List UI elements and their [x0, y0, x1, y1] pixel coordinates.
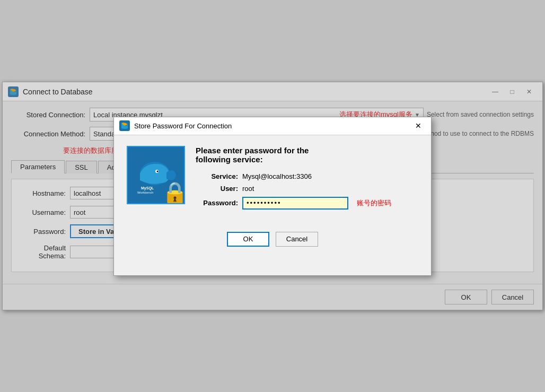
dialog-title-bar: Store Password For Connection ✕	[114, 117, 431, 135]
main-window: Connect to Database — □ ✕ Stored Connect…	[2, 82, 543, 310]
dialog-service-label: Service:	[196, 172, 238, 180]
dialog-user-value: root	[242, 185, 254, 193]
dialog-right: Please enter password for the following …	[196, 146, 418, 214]
dialog-password-annotation: 账号的密码	[357, 198, 391, 208]
dialog-ok-button[interactable]: OK	[227, 232, 269, 247]
dialog-body: MySQL Workbench 🔒 Please enter password …	[114, 135, 431, 224]
dialog-cancel-button[interactable]: Cancel	[276, 232, 318, 247]
dialog-logo: MySQL Workbench 🔒	[127, 146, 185, 204]
dialog-app-icon	[119, 120, 130, 131]
dialog-user-label: User:	[196, 185, 238, 193]
dialog-password-input[interactable]	[242, 197, 348, 210]
dialog-heading: Please enter password for the following …	[196, 146, 418, 164]
svg-text:MySQL: MySQL	[141, 186, 154, 190]
dialog-footer: OK Cancel	[114, 224, 431, 254]
dialog-user-row: User: root	[196, 185, 418, 193]
dialog-password-row: Password: 账号的密码	[196, 197, 418, 210]
dialog-title-left: Store Password For Connection	[119, 120, 232, 131]
dialog-service-value: Mysql@localhost:3306	[242, 172, 312, 180]
store-password-dialog: Store Password For Connection ✕	[113, 117, 432, 276]
dialog-service-row: Service: Mysql@localhost:3306	[196, 172, 418, 180]
dialog-overlay: Store Password For Connection ✕	[3, 82, 542, 310]
lock-icon: 🔒	[162, 180, 185, 204]
svg-text:Workbench: Workbench	[137, 191, 153, 194]
dialog-title-text: Store Password For Connection	[134, 122, 232, 130]
dialog-close-button[interactable]: ✕	[411, 120, 426, 132]
svg-point-2	[157, 170, 159, 172]
dialog-password-label: Password:	[196, 199, 238, 207]
